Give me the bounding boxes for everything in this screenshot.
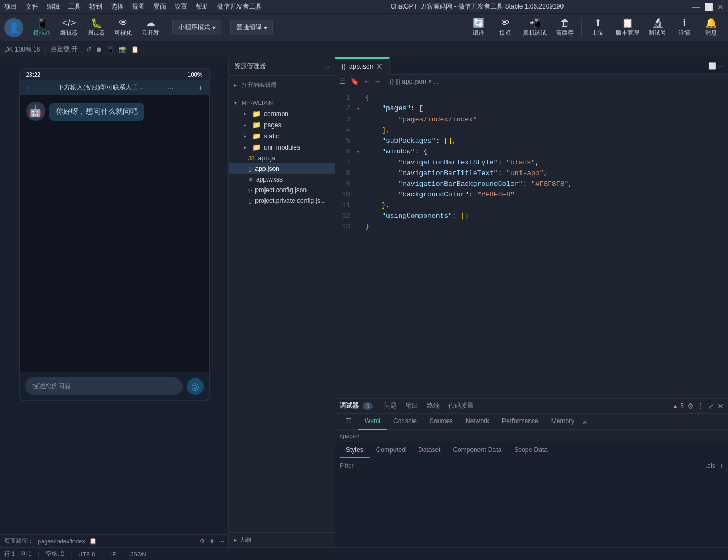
devtools-breadcrumb: <page> [335,430,728,442]
subtab-scope-data[interactable]: Scope Data [508,442,554,458]
close-button[interactable]: ✕ [717,3,724,11]
back-icon[interactable]: ← [363,77,370,85]
open-editors-toggle[interactable]: ▸ 打开的编辑器 [229,79,335,91]
folder-common[interactable]: ▸ 📁 common [229,108,335,119]
menu-item-settings[interactable]: 设置 [175,2,187,11]
footer-arrow[interactable]: ▸ [234,537,237,543]
tab-close-button[interactable]: ✕ [376,62,383,71]
version-button[interactable]: 📋 版本管理 [611,16,643,39]
editor-tab-app-json[interactable]: {} app.json ✕ [335,57,390,75]
preview-button[interactable]: 👁 预览 [492,16,518,39]
forward-icon[interactable]: → [374,77,381,85]
hotreload-toggle[interactable]: 热重载 开 [51,45,78,54]
simulator-button[interactable]: 📱 模拟器 [29,16,55,39]
code-editor[interactable]: 1 { 2 ▾ "pages": [ 3 "pages/index/index"… [335,88,728,398]
upload-button[interactable]: ⬆ 上传 [585,16,610,39]
message-button[interactable]: 🔔 消息 [698,16,724,39]
clear-button[interactable]: 🗑 清缓存 [552,16,578,39]
scale-indicator[interactable]: DK 100% 16 [4,46,40,53]
menu-item-goto[interactable]: 转到 [89,2,102,11]
devtools-tabs-bar: ☰ Wxml Console Sources Network Performan… [335,414,728,430]
devtools-close-icon[interactable]: ✕ [717,402,724,410]
devtools-popout-icon[interactable]: ⤢ [708,402,714,410]
json-file-icon-3: {} [248,197,252,204]
maximize-button[interactable]: ⬜ [704,3,713,11]
menu-item-help[interactable]: 帮助 [196,2,209,11]
screenshot-icon[interactable]: 📸 [119,46,127,53]
folder-pages[interactable]: ▸ 📁 pages [229,119,335,130]
phone-input-box[interactable]: 描述您的问题 [25,377,183,395]
hamburger-icon[interactable]: ☰ [340,77,346,85]
split-editor-icon[interactable]: ⬜ [708,62,716,70]
explorer-more-icon[interactable]: ··· [324,63,329,70]
devtools-tab-hamburger[interactable]: ☰ [340,414,358,430]
folder-static[interactable]: ▸ 📁 static [229,130,335,142]
menu-item-select[interactable]: 选择 [111,2,123,11]
phone-input-area: 描述您的问题 ◎ [20,372,209,400]
menu-item-file[interactable]: 文件 [26,2,38,11]
cloud-button[interactable]: ☁ 云开发 [137,16,163,39]
code-line-10: 10 "backgroundColor": "#F8F8F8" [335,190,728,200]
folder-icon-uni: 📁 [252,143,261,151]
settings-icon-sim[interactable]: ⚙ [200,538,205,545]
devtools-tab-wxml[interactable]: Wxml [358,414,387,430]
devtools-tab-performance[interactable]: Performance [495,414,545,430]
file-app-wxss[interactable]: ≋ app.wxss [229,174,335,185]
subtab-dataset[interactable]: Dataset [412,442,446,458]
filter-plus-button[interactable]: + [719,462,724,470]
phone-send-button[interactable]: ◎ [187,378,204,395]
filter-bar: .cls + [335,458,728,473]
copy-path-icon[interactable]: 📋 [89,538,97,545]
menu-item-wechat[interactable]: 微信开发者工具 [217,2,262,11]
debugger-button[interactable]: 🐛 调试器 [83,16,109,39]
filter-input[interactable] [340,462,701,470]
devtools-tabs-more[interactable]: » [583,417,587,426]
project-arrow: ▾ [234,100,239,106]
eye-icon-sim[interactable]: 👁 [209,538,215,545]
chat-bubble: 你好呀，想问什么就问吧 [49,103,144,121]
detail-button[interactable]: ℹ 详情 [672,16,697,39]
subtab-computed[interactable]: Computed [370,442,412,458]
refresh-icon[interactable]: ↺ [86,46,92,53]
editor-button[interactable]: </> 编辑器 [56,16,82,39]
folder-uni-modules[interactable]: ▸ 📁 uni_modules [229,142,335,153]
devtools-tab-sources[interactable]: Sources [423,414,459,430]
subtab-styles[interactable]: Styles [340,442,370,458]
menu-terminal[interactable]: 终端 [424,400,443,411]
devtools-tab-network[interactable]: Network [459,414,495,430]
test2-button[interactable]: 🔬 测试号 [644,16,671,39]
device-icon[interactable]: 📱 [106,46,114,53]
menu-item-view[interactable]: 视图 [132,2,145,11]
compile-dropdown[interactable]: 普通编译 ▾ [230,20,273,35]
devtools-settings-icon[interactable]: ⚙ [687,402,694,410]
menu-item-edit[interactable]: 编辑 [47,2,60,11]
menu-output[interactable]: 输出 [402,400,421,411]
copy-icon[interactable]: 📋 [131,46,139,53]
mode-dropdown[interactable]: 小程序模式 ▾ [172,20,221,35]
menu-item-interface[interactable]: 界面 [153,2,166,11]
test-button[interactable]: 📲 真机调试 [519,16,551,39]
compile-button[interactable]: 🔄 编译 [466,16,491,39]
editor-more-icon[interactable]: ··· [718,62,724,70]
fold-arrow-6[interactable]: ▾ [357,149,360,155]
devtools-tab-console[interactable]: Console [387,414,423,430]
bookmark-icon[interactable]: 🔖 [350,77,359,85]
more-icon-sim[interactable]: ··· [219,538,224,545]
devtools-tab-memory[interactable]: Memory [545,414,581,430]
file-app-json[interactable]: {} app.json [229,163,335,174]
minimize-button[interactable]: — [692,3,700,11]
record-icon[interactable]: ⏺ [96,46,102,53]
subtab-component-data[interactable]: Component Data [446,442,508,458]
fold-arrow-2[interactable]: ▾ [357,106,360,112]
file-project-private[interactable]: {} project.private.config.js... [229,195,335,206]
file-app-js[interactable]: JS app.js [229,153,335,163]
visible-button[interactable]: 👁 可视化 [110,16,136,39]
file-project-config[interactable]: {} project.config.json [229,185,335,195]
menu-item-project[interactable]: 项目 [4,2,17,11]
simulator-status-bar: 页面路径： pages/index/index 📋 ⚙ 👁 ··· [0,534,228,547]
devtools-more-icon[interactable]: ⋮ [697,402,705,410]
project-toggle[interactable]: ▾ MP-WEIXIN [229,97,335,108]
menu-item-tools[interactable]: 工具 [68,2,81,11]
menu-issues[interactable]: 问题 [381,400,400,411]
menu-codequality[interactable]: 代码质量 [445,400,477,411]
